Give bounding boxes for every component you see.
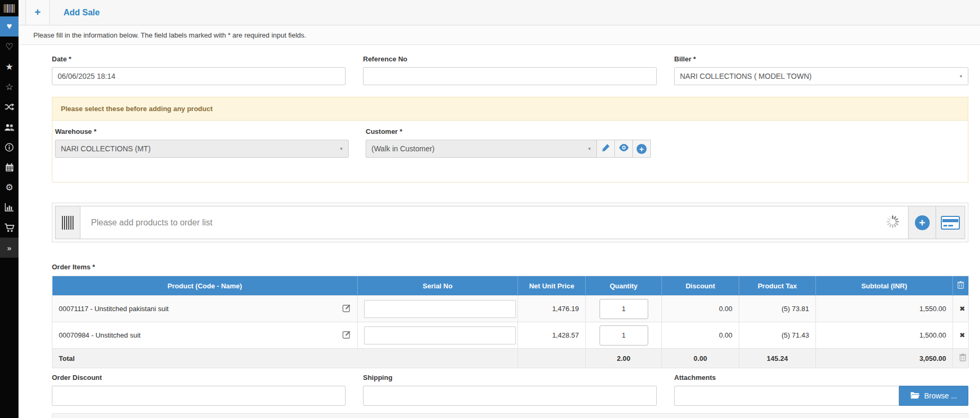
folder-open-icon [910, 392, 920, 401]
sidebar-item-users[interactable] [0, 117, 19, 137]
table-row: 00071117 - Unstitched pakistani suit 1,4… [52, 296, 969, 322]
attachments-field-group: Attachments Browse ... [674, 374, 968, 406]
chevron-double-right-icon: » [7, 243, 11, 252]
reference-label: Reference No [363, 55, 657, 63]
col-net-unit-price: Net Unit Price [518, 276, 586, 296]
chevron-down-icon: ▼ [959, 74, 963, 79]
tab-bar: + Add Sale [19, 0, 980, 25]
product-tax-value: (5) 71.43 [739, 322, 816, 349]
shipping-field-group: Shipping [363, 374, 657, 406]
subtotal-value: 1,550.00 [816, 296, 953, 322]
customer-select[interactable]: (Walk in Customer) ▼ [366, 140, 597, 158]
col-subtotal: Subtotal (INR) [816, 276, 953, 296]
required-fields-notice: Please fill in the information below. Th… [33, 31, 306, 39]
col-delete[interactable] [953, 276, 969, 296]
next-panel-edge [52, 413, 968, 418]
serial-no-input[interactable] [364, 300, 516, 318]
edit-customer-button[interactable] [596, 140, 615, 158]
order-items-table: Product (Code - Name) Serial No Net Unit… [52, 276, 969, 368]
sidebar-item-heart-outline[interactable]: ♡ [0, 37, 19, 57]
discount-value: 0.00 [662, 296, 739, 322]
product-scan-panel: + [52, 203, 968, 242]
plus-circle-icon: + [915, 215, 930, 230]
warehouse-value: NARI COLLECTIONS (MT) [61, 144, 151, 153]
barcode-logo-icon [4, 4, 15, 13]
order-discount-label: Order Discount [52, 374, 346, 381]
eye-icon [619, 144, 629, 153]
product-tax-value: (5) 73.81 [739, 296, 816, 322]
table-total-row: Total 2.00 0.00 145.24 3,050.00 [52, 349, 969, 368]
customer-label: Customer * [366, 128, 653, 135]
remove-row-button[interactable]: ✖ [959, 305, 965, 313]
credit-card-icon [941, 216, 960, 230]
remove-row-button[interactable]: ✖ [959, 331, 965, 339]
order-discount-field-group: Order Discount [52, 374, 346, 406]
serial-no-input[interactable] [364, 326, 516, 344]
total-quantity: 2.00 [586, 349, 662, 368]
gear-icon: ⚙ [5, 182, 13, 193]
spinner-icon [886, 215, 900, 231]
attachments-label: Attachments [674, 374, 968, 381]
date-field-group: Date * [52, 55, 346, 85]
sidebar-item-calendar[interactable] [0, 157, 19, 177]
chevron-down-icon: ▼ [339, 147, 343, 151]
quantity-input[interactable] [600, 299, 648, 319]
shuffle-icon [4, 103, 14, 111]
quantity-input[interactable] [600, 325, 648, 346]
preselect-panel-notice: Please select these before adding any pr… [52, 97, 968, 121]
heart-filled-icon: ♥ [6, 21, 12, 32]
biller-value: NARI COLLECTIONS ( MODEL TOWN) [680, 72, 812, 80]
table-row: 00070984 - Unstitched suit 1,428.57 0.00… [52, 322, 969, 349]
customer-value: (Walk in Customer) [371, 144, 434, 153]
reference-input[interactable] [363, 67, 657, 85]
sidebar-item-star[interactable]: ★ [0, 57, 19, 77]
plus-icon: + [34, 6, 41, 19]
card-scan-button[interactable] [936, 206, 965, 239]
total-discount: 0.00 [662, 349, 739, 368]
biller-select[interactable]: NARI COLLECTIONS ( MODEL TOWN) ▼ [674, 67, 968, 85]
shipping-input[interactable] [363, 386, 657, 406]
add-customer-button[interactable]: + [632, 140, 651, 158]
plus-circle-icon: + [637, 144, 647, 154]
sidebar-item-pos-active[interactable]: ♥ [0, 16, 19, 37]
sidebar-item-settings[interactable]: ⚙ [0, 177, 19, 197]
customer-controls: (Walk in Customer) ▼ + [366, 140, 653, 158]
top-fields-row: Date * Reference No Biller * NARI COLLEC… [52, 55, 968, 85]
warehouse-select[interactable]: NARI COLLECTIONS (MT) ▼ [55, 140, 349, 158]
info-bar: Please fill in the information below. Th… [19, 25, 980, 45]
view-customer-button[interactable] [614, 140, 633, 158]
date-input[interactable] [52, 67, 346, 85]
col-product: Product (Code - Name) [52, 276, 358, 296]
biller-field-group: Biller * NARI COLLECTIONS ( MODEL TOWN) … [674, 55, 968, 85]
sidebar-item-star-outline[interactable]: ☆ [0, 77, 19, 97]
sidebar-item-cart[interactable] [0, 217, 19, 238]
edit-row-icon[interactable] [342, 304, 351, 314]
trash-icon[interactable] [959, 355, 966, 363]
warehouse-field-group: Warehouse * NARI COLLECTIONS (MT) ▼ [55, 128, 349, 158]
order-discount-input[interactable] [52, 386, 346, 406]
net-unit-price: 1,428.57 [518, 322, 586, 349]
sidebar-item-info[interactable] [0, 137, 19, 157]
shipping-label: Shipping [363, 374, 657, 381]
col-quantity: Quantity [586, 276, 662, 296]
page-title[interactable]: Add Sale [50, 0, 113, 25]
loading-spinner-box [877, 206, 908, 239]
preselect-panel-body: Warehouse * NARI COLLECTIONS (MT) ▼ Cust… [52, 121, 968, 158]
add-product-manually-button[interactable]: + [908, 206, 936, 239]
sidebar-item-logo[interactable] [0, 0, 19, 16]
sidebar-item-reports[interactable] [0, 197, 19, 217]
product-search-input[interactable] [80, 206, 877, 239]
attachments-input[interactable] [674, 386, 899, 406]
net-unit-price: 1,476.19 [518, 296, 586, 322]
browse-button[interactable]: Browse ... [899, 386, 968, 406]
sidebar-item-shuffle[interactable] [0, 97, 19, 117]
info-icon [5, 143, 14, 152]
reference-field-group: Reference No [363, 55, 657, 85]
sidebar-expand-button[interactable]: » [0, 238, 19, 258]
new-tab-button[interactable]: + [25, 0, 50, 25]
preselect-panel: Please select these before adding any pr… [52, 97, 968, 183]
bar-chart-icon [5, 203, 14, 212]
heart-outline-icon: ♡ [5, 41, 13, 52]
total-label: Total [52, 349, 518, 368]
edit-row-icon[interactable] [342, 330, 351, 340]
